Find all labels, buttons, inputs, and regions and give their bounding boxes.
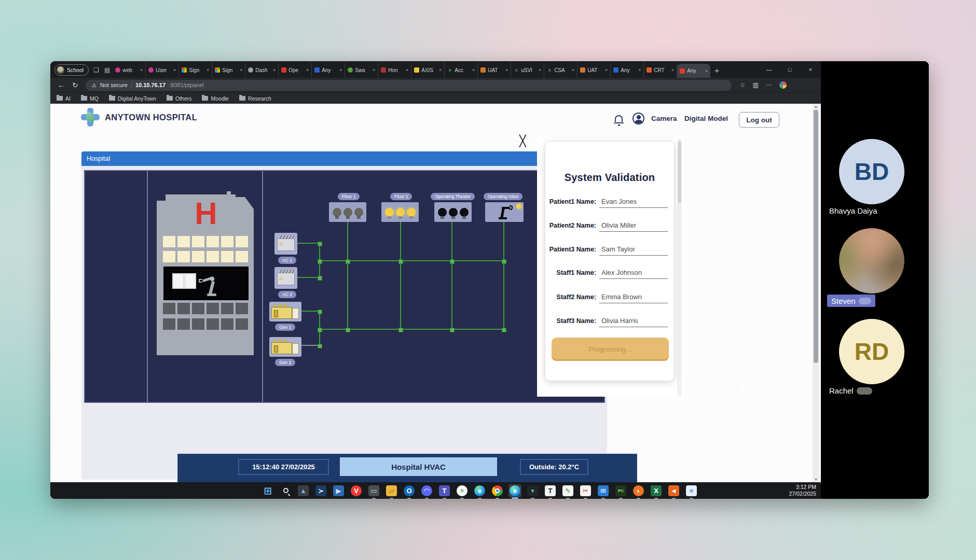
- browser-tab-ope-5[interactable]: Ope×: [279, 62, 312, 78]
- network-node[interactable]: [318, 310, 322, 314]
- tab-close-icon[interactable]: ×: [207, 67, 209, 73]
- tab-close-icon[interactable]: ×: [273, 67, 276, 73]
- patient1-name-input[interactable]: Evan Jones: [599, 197, 668, 208]
- taskbar-icon-settings-pc[interactable]: ▭: [367, 484, 380, 497]
- taskbar-icon-chrome[interactable]: [491, 484, 504, 497]
- tab-group-icon[interactable]: ❏: [93, 66, 99, 74]
- scroll-up-icon[interactable]: ▲: [813, 105, 819, 108]
- tab-close-icon[interactable]: ×: [373, 67, 375, 73]
- tab-search-icon[interactable]: ▤: [104, 66, 110, 74]
- taskbar-icon-browser-orange[interactable]: ◗: [632, 484, 645, 497]
- taskbar-icon-edge-beta[interactable]: e: [473, 484, 486, 497]
- tab-close-icon[interactable]: ×: [339, 67, 342, 73]
- browser-tab-csa-13[interactable]: XCSA×: [544, 62, 578, 78]
- taskbar-icon-slack[interactable]: ✳: [456, 484, 469, 497]
- user-profile-icon[interactable]: [633, 113, 644, 124]
- network-node[interactable]: [502, 328, 506, 332]
- overlay-scrollbar[interactable]: [677, 139, 682, 396]
- taskbar-icon-vivaldi[interactable]: V: [350, 484, 363, 497]
- tab-close-icon[interactable]: ×: [572, 67, 574, 73]
- page-scrollbar[interactable]: ▲ ▼: [813, 104, 819, 482]
- staff2-name-input[interactable]: Emma Brown: [599, 292, 668, 303]
- tab-close-icon[interactable]: ×: [140, 67, 143, 73]
- tab-close-icon[interactable]: ×: [306, 67, 309, 73]
- tab-close-icon[interactable]: ×: [406, 67, 408, 73]
- network-node[interactable]: [318, 328, 322, 332]
- tab-close-icon[interactable]: ×: [671, 67, 674, 73]
- participant-avatar-rd[interactable]: RD: [839, 319, 904, 384]
- taskbar-icon-discord[interactable]: ◠: [420, 484, 433, 497]
- tab-close-icon[interactable]: ×: [638, 67, 641, 73]
- taskbar-clock[interactable]: 3:12 PM 27/02/2025: [789, 484, 816, 497]
- taskbar-icon-typora[interactable]: T: [544, 484, 557, 497]
- sidebar-icon[interactable]: ▥: [753, 81, 759, 89]
- browser-tab-hon-8[interactable]: Hon×: [378, 62, 411, 78]
- bookmark-folder-research[interactable]: Research: [239, 95, 271, 102]
- browser-tab-crt-16[interactable]: CRT×: [644, 62, 677, 78]
- network-node[interactable]: [318, 242, 322, 246]
- browser-profile-icon[interactable]: [779, 81, 787, 89]
- tab-close-icon[interactable]: ×: [605, 67, 608, 73]
- network-node[interactable]: [318, 344, 322, 348]
- menu-ellipsis-icon[interactable]: ⋯: [766, 81, 772, 89]
- taskbar-icon-notes-blue[interactable]: ≡: [685, 484, 698, 497]
- browser-tab-sign-2[interactable]: Sign×: [179, 62, 212, 78]
- back-icon[interactable]: ←: [58, 81, 65, 89]
- ac1-unit[interactable]: [274, 233, 297, 255]
- tab-close-icon[interactable]: ×: [240, 67, 242, 73]
- progressing-button[interactable]: Progressing...: [552, 338, 669, 361]
- browser-tab-axis-9[interactable]: AXIS×: [411, 62, 445, 78]
- participant-avatar-bd[interactable]: BD: [839, 139, 904, 204]
- taskbar-icon-file-explorer[interactable]: ▱: [385, 484, 398, 497]
- maximize-button[interactable]: □: [779, 61, 800, 78]
- tab-close-icon[interactable]: ×: [539, 67, 541, 73]
- gen1-unit[interactable]: [269, 302, 301, 321]
- operating-robot-unit[interactable]: [485, 202, 524, 222]
- browser-tab-user-1[interactable]: User×: [146, 62, 179, 78]
- bookmark-folder-moodle[interactable]: Moodle: [202, 95, 228, 102]
- browser-tab-acc-10[interactable]: XAcc×: [445, 62, 478, 78]
- taskbar-icon-outlook-new[interactable]: ✉: [597, 484, 610, 497]
- browser-tab-any-17[interactable]: Any×: [677, 64, 710, 78]
- new-tab-button[interactable]: +: [714, 66, 719, 75]
- logout-button[interactable]: Log out: [739, 112, 779, 128]
- bookmark-star-icon[interactable]: ☆: [740, 81, 746, 89]
- browser-tab-usvi-12[interactable]: XuSVI×: [511, 62, 544, 78]
- tab-close-icon[interactable]: ×: [705, 68, 708, 74]
- participant-avatar-steven[interactable]: [839, 228, 904, 293]
- browser-tab-dash-4[interactable]: Dash×: [245, 62, 279, 78]
- staff3-name-input[interactable]: Olivia Harris: [599, 316, 668, 327]
- taskbar-icon-app-dark[interactable]: ▾: [526, 484, 539, 497]
- patient2-name-input[interactable]: Olivia Miller: [599, 220, 668, 232]
- bookmark-folder-digital-anytown[interactable]: Digital AnyTown: [109, 95, 156, 102]
- notifications-bell-icon[interactable]: [615, 115, 623, 122]
- network-node[interactable]: [318, 276, 322, 281]
- browser-tab-uat-14[interactable]: UAT×: [578, 62, 611, 78]
- staff1-name-input[interactable]: Alex Johnson: [599, 268, 668, 279]
- bookmark-folder-mq[interactable]: MQ: [81, 95, 99, 102]
- tab-close-icon[interactable]: ×: [505, 67, 508, 73]
- taskbar-icon-notes-edit[interactable]: ✎: [561, 484, 574, 497]
- browser-tab-swa-7[interactable]: Swa×: [345, 62, 378, 78]
- nav-camera[interactable]: Camera: [651, 115, 677, 122]
- browser-tab-uat-11[interactable]: UAT×: [478, 62, 511, 78]
- network-node[interactable]: [346, 259, 350, 264]
- taskbar-icon-media-player[interactable]: ▶: [332, 484, 345, 497]
- browser-profile-chip[interactable]: School: [54, 64, 89, 76]
- scroll-down-icon[interactable]: ▼: [813, 478, 819, 481]
- tab-close-icon[interactable]: ×: [439, 67, 442, 73]
- network-node[interactable]: [398, 328, 403, 332]
- taskbar-icon-reader[interactable]: ◄: [667, 484, 680, 497]
- tab-close-icon[interactable]: ×: [472, 67, 475, 73]
- taskbar-icon-excel[interactable]: X: [650, 484, 663, 497]
- taskbar-icon-snipping-tool[interactable]: ✂: [579, 484, 592, 497]
- bookmark-folder-others[interactable]: Others: [167, 95, 192, 102]
- network-node[interactable]: [450, 328, 455, 332]
- taskbar-icon-edge[interactable]: e: [508, 484, 521, 497]
- network-node[interactable]: [450, 259, 455, 264]
- close-panel-icon[interactable]: ╳: [519, 135, 526, 147]
- browser-tab-any-15[interactable]: Any×: [611, 62, 644, 78]
- floor2-lights[interactable]: [381, 202, 419, 222]
- address-bar[interactable]: ⚠ Not secure 10.10.76.17 :8081/ptpanel: [86, 80, 732, 91]
- network-node[interactable]: [502, 259, 506, 264]
